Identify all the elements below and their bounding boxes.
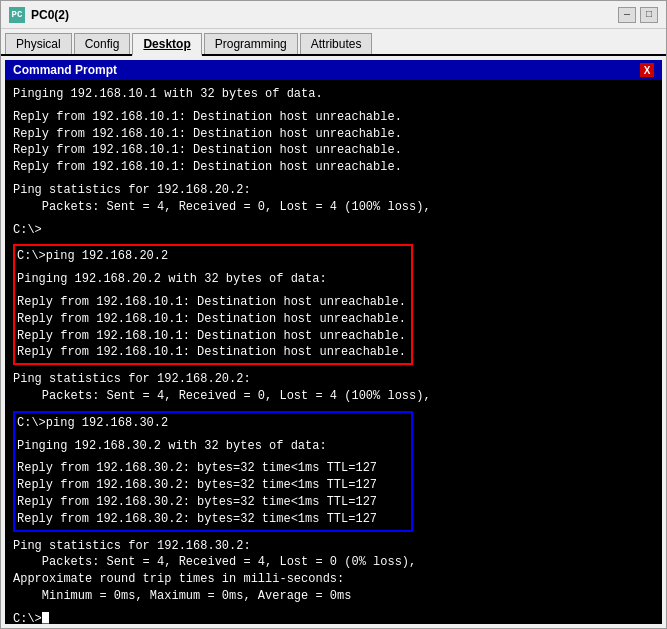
cmd-line: Pinging 192.168.10.1 with 32 bytes of da…	[13, 86, 654, 103]
cmd-line: Reply from 192.168.30.2: bytes=32 time<1…	[17, 511, 409, 528]
window-icon: PC	[9, 7, 25, 23]
cmd-line: Ping statistics for 192.168.20.2:	[13, 182, 654, 199]
cmd-line: Pinging 192.168.30.2 with 32 bytes of da…	[17, 438, 409, 455]
minimize-button[interactable]: —	[618, 7, 636, 23]
cmd-window-container: Command Prompt X Pinging 192.168.10.1 wi…	[1, 56, 666, 628]
cmd-line: Reply from 192.168.30.2: bytes=32 time<1…	[17, 477, 409, 494]
title-bar: PC PC0(2) — □	[1, 1, 666, 29]
cmd-line: Minimum = 0ms, Maximum = 0ms, Average = …	[13, 588, 654, 605]
window-title: PC0(2)	[31, 8, 618, 22]
tab-desktop[interactable]: Desktop	[132, 33, 201, 56]
cmd-body[interactable]: Pinging 192.168.10.1 with 32 bytes of da…	[5, 80, 662, 624]
tabs-bar: Physical Config Desktop Programming Attr…	[1, 29, 666, 56]
cmd-line: Packets: Sent = 4, Received = 4, Lost = …	[13, 554, 654, 571]
cmd-line: C:\>	[13, 222, 654, 239]
cmd-line: Packets: Sent = 4, Received = 0, Lost = …	[13, 388, 654, 405]
cmd-line: C:\>ping 192.168.20.2	[17, 248, 409, 265]
cmd-line: Ping statistics for 192.168.20.2:	[13, 371, 654, 388]
cmd-prompt-final: C:\>_	[13, 611, 654, 624]
cmd-line: Reply from 192.168.10.1: Destination hos…	[13, 126, 654, 143]
cmd-line: Reply from 192.168.10.1: Destination hos…	[17, 344, 409, 361]
cmd-line: Reply from 192.168.10.1: Destination hos…	[17, 311, 409, 328]
blue-bordered-section: C:\>ping 192.168.30.2 Pinging 192.168.30…	[13, 411, 413, 532]
cmd-line: Reply from 192.168.10.1: Destination hos…	[13, 159, 654, 176]
red-bordered-section: C:\>ping 192.168.20.2 Pinging 192.168.20…	[13, 244, 413, 365]
cmd-line: Reply from 192.168.10.1: Destination hos…	[13, 109, 654, 126]
cmd-close-button[interactable]: X	[640, 63, 654, 77]
main-window: PC PC0(2) — □ Physical Config Desktop Pr…	[0, 0, 667, 629]
tab-config[interactable]: Config	[74, 33, 131, 54]
cmd-line: C:\>ping 192.168.30.2	[17, 415, 409, 432]
cmd-line: Reply from 192.168.30.2: bytes=32 time<1…	[17, 460, 409, 477]
cmd-line: Ping statistics for 192.168.30.2:	[13, 538, 654, 555]
cmd-line: Packets: Sent = 4, Received = 0, Lost = …	[13, 199, 654, 216]
cmd-line: Reply from 192.168.10.1: Destination hos…	[13, 142, 654, 159]
tab-physical[interactable]: Physical	[5, 33, 72, 54]
cmd-title-bar: Command Prompt X	[5, 60, 662, 80]
cmd-title-text: Command Prompt	[13, 63, 117, 77]
cmd-line: Pinging 192.168.20.2 with 32 bytes of da…	[17, 271, 409, 288]
cmd-line: Reply from 192.168.10.1: Destination hos…	[17, 294, 409, 311]
maximize-button[interactable]: □	[640, 7, 658, 23]
tab-programming[interactable]: Programming	[204, 33, 298, 54]
tab-attributes[interactable]: Attributes	[300, 33, 373, 54]
window-controls: — □	[618, 7, 658, 23]
cmd-line: Reply from 192.168.10.1: Destination hos…	[17, 328, 409, 345]
cmd-content: Pinging 192.168.10.1 with 32 bytes of da…	[13, 86, 654, 624]
cmd-line: Approximate round trip times in milli-se…	[13, 571, 654, 588]
cmd-line: Reply from 192.168.30.2: bytes=32 time<1…	[17, 494, 409, 511]
